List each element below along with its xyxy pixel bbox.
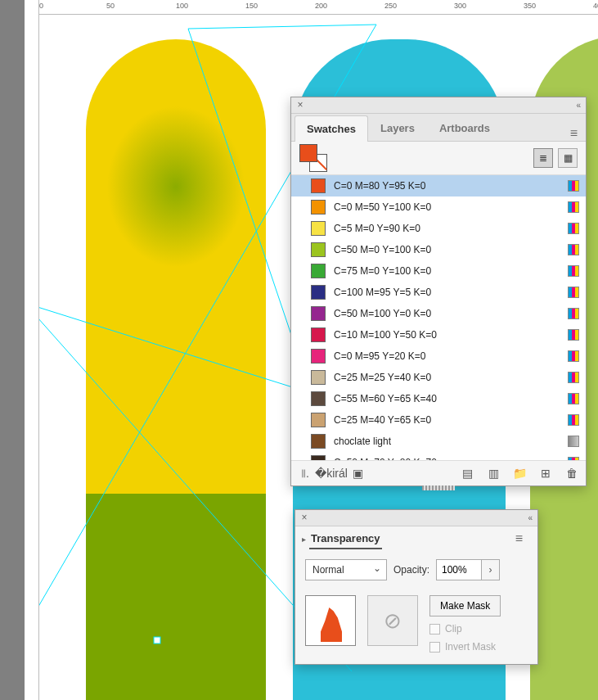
color-mode-icon (568, 201, 579, 213)
swatch-name: choclate light (334, 436, 560, 447)
clip-checkbox[interactable]: Clip (429, 623, 501, 635)
resize-grip[interactable] (422, 485, 455, 490)
swatch-chip (311, 264, 326, 278)
swatch-chip (311, 221, 326, 236)
swatch-name: C=5 M=0 Y=90 K=0 (334, 223, 560, 234)
library-icon[interactable]: ⫴. (298, 466, 312, 481)
artwork-lower (86, 494, 266, 700)
swatch-row[interactable]: C=75 M=0 Y=100 K=0 (291, 260, 586, 282)
opacity-stepper[interactable]: › (481, 560, 499, 580)
swatch-row[interactable]: C=5 M=0 Y=90 K=0 (291, 218, 586, 239)
color-group-icon[interactable]: ▤ (460, 466, 474, 481)
tab-artboards[interactable]: Artboards (427, 115, 502, 141)
swatch-row[interactable]: C=50 M=0 Y=100 K=0 (291, 239, 586, 260)
tab-swatches[interactable]: Swatches (295, 115, 368, 142)
folder-icon[interactable]: 📁 (512, 466, 527, 481)
swatch-list[interactable]: C=0 M=80 Y=95 K=0C=0 M=50 Y=100 K=0C=5 M… (291, 174, 586, 461)
swatch-name: C=50 M=100 Y=0 K=0 (334, 308, 560, 319)
swatch-row[interactable]: C=0 M=80 Y=95 K=0 (291, 175, 586, 196)
swatch-row[interactable]: C=25 M=25 Y=40 K=0 (291, 367, 586, 388)
swatch-chip (311, 455, 326, 461)
swatch-chip (311, 200, 326, 215)
swatches-panel[interactable]: × « Swatches Layers Artboards ≡ ≣ ▦ C=0 … (290, 97, 587, 486)
show-kinds-icon[interactable]: �királ (324, 466, 339, 481)
swatches-footer: ⫴. �királ ▣ ▤ ▥ 📁 ⊞ 🗑 (291, 461, 586, 485)
artboard-1[interactable] (86, 39, 266, 700)
swatch-chip (311, 370, 326, 385)
swatch-row[interactable]: C=10 M=100 Y=50 K=0 (291, 324, 586, 345)
swatch-chip (311, 327, 326, 342)
swatch-name: C=0 M=50 Y=100 K=0 (334, 201, 560, 213)
color-mode-icon (568, 393, 579, 404)
collapse-icon[interactable]: « (576, 101, 581, 110)
swatch-row[interactable]: C=0 M=50 Y=100 K=0 (291, 196, 586, 218)
panel-header[interactable]: × « (295, 510, 537, 526)
tab-transparency[interactable]: Transparency (309, 529, 382, 549)
swatch-row[interactable]: C=55 M=60 Y=65 K=40 (291, 388, 586, 409)
color-mode-icon (568, 350, 579, 362)
color-mode-icon (568, 372, 579, 383)
panel-menu-icon[interactable]: ≡ (507, 531, 531, 546)
swatches-toolbar: ≣ ▦ (291, 142, 586, 174)
panel-tabs: ▸ Transparency ≡ (295, 526, 537, 551)
color-mode-icon (568, 329, 579, 341)
app-gutter (0, 0, 25, 700)
panel-header[interactable]: × « (291, 97, 586, 114)
mask-thumbnail[interactable]: ⊘ (367, 595, 418, 646)
swatch-options2-icon[interactable]: ▥ (486, 466, 501, 481)
color-mode-icon (568, 244, 579, 255)
swatch-chip (311, 349, 326, 364)
swatch-chip (311, 391, 326, 406)
swatch-name: C=55 M=60 Y=65 K=40 (334, 393, 560, 404)
opacity-field[interactable]: › (436, 559, 500, 580)
invert-mask-checkbox[interactable]: Invert Mask (429, 641, 501, 653)
ruler-horizontal: 0 50 100 150 200 250 300 350 400 (25, 0, 598, 15)
ruler-vertical (25, 0, 39, 700)
close-icon[interactable]: × (295, 99, 306, 111)
swatch-row[interactable]: choclate light (291, 431, 586, 452)
fill-stroke-indicator[interactable] (299, 144, 327, 172)
list-view-button[interactable]: ≣ (533, 148, 553, 168)
opacity-input[interactable] (437, 560, 481, 580)
swatch-name: C=25 M=25 Y=40 K=0 (334, 372, 560, 383)
color-mode-icon (568, 308, 579, 319)
swatch-chip (311, 434, 326, 449)
opacity-label: Opacity: (393, 564, 429, 576)
color-mode-icon (568, 287, 579, 298)
swatch-chip (311, 285, 326, 300)
swatch-row[interactable]: C=100 M=95 Y=5 K=0 (291, 282, 586, 303)
swatch-name: C=25 M=40 Y=65 K=0 (334, 414, 560, 426)
make-mask-button[interactable]: Make Mask (429, 595, 501, 616)
color-mode-icon (568, 180, 579, 192)
fill-swatch[interactable] (299, 144, 317, 162)
color-mode-icon (568, 436, 579, 447)
delete-swatch-icon[interactable]: 🗑 (564, 466, 579, 481)
swatch-chip (311, 306, 326, 321)
blend-mode-select[interactable]: Normal (305, 559, 387, 580)
swatch-name: C=0 M=80 Y=95 K=0 (334, 180, 560, 192)
disclosure-icon[interactable]: ▸ (302, 535, 306, 544)
swatch-row[interactable]: C=25 M=40 Y=65 K=0 (291, 409, 586, 431)
swatch-chip (311, 178, 326, 193)
swatch-row[interactable]: C=0 M=95 Y=20 K=0 (291, 345, 586, 367)
swatch-name: C=0 M=95 Y=20 K=0 (334, 350, 560, 362)
swatch-chip (311, 413, 326, 427)
tab-layers[interactable]: Layers (368, 115, 427, 141)
grid-view-button[interactable]: ▦ (558, 148, 578, 168)
object-thumbnail[interactable] (305, 595, 356, 646)
color-mode-icon (568, 223, 579, 234)
swatch-row[interactable]: C=50 M=70 Y=80 K=70 (291, 452, 586, 461)
swatch-name: C=75 M=0 Y=100 K=0 (334, 265, 560, 277)
color-mode-icon (568, 414, 579, 426)
panel-menu-icon[interactable]: ≡ (562, 126, 586, 141)
swatch-name: C=10 M=100 Y=50 K=0 (334, 329, 560, 341)
color-mode-icon (568, 265, 579, 277)
collapse-icon[interactable]: « (528, 513, 533, 522)
swatch-options-icon[interactable]: ▣ (350, 466, 365, 481)
new-swatch-icon[interactable]: ⊞ (538, 466, 553, 481)
swatch-row[interactable]: C=50 M=100 Y=0 K=0 (291, 303, 586, 324)
swatch-chip (311, 242, 326, 257)
close-icon[interactable]: × (299, 512, 310, 523)
transparency-panel[interactable]: × « ▸ Transparency ≡ Normal Opacity: › ⊘… (295, 509, 538, 665)
swatch-name: C=100 M=95 Y=5 K=0 (334, 287, 560, 298)
